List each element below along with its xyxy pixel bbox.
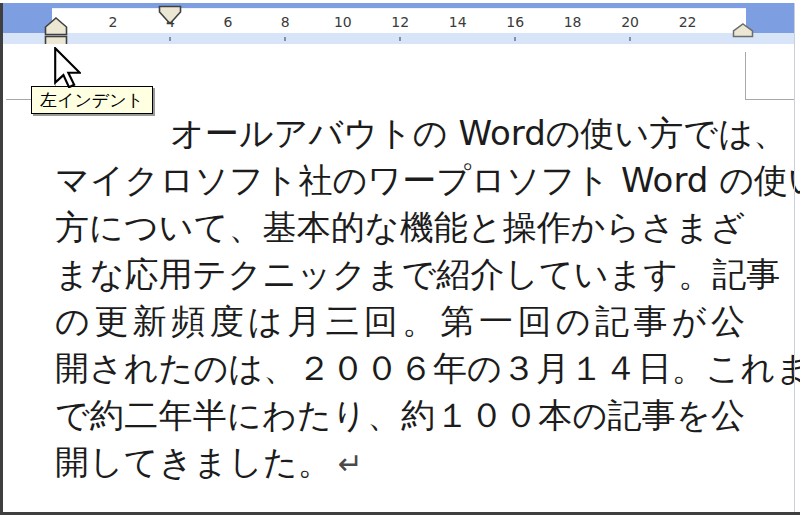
default-tab-stop-tick bbox=[284, 37, 286, 41]
text-line: 方について、基本的な機能と操作からさまざ bbox=[55, 204, 745, 251]
page-right-border bbox=[794, 3, 795, 512]
ruler-number: 16 bbox=[506, 14, 524, 30]
crop-mark-top-right-vertical bbox=[745, 52, 746, 99]
default-tab-stop-tick bbox=[399, 37, 401, 41]
ruler-number: 18 bbox=[564, 14, 582, 30]
text-line: まな応用テクニックまで紹介しています。記事 bbox=[55, 251, 745, 298]
horizontal-ruler[interactable]: 246810121416182022 bbox=[3, 3, 795, 44]
default-tab-stop-tick bbox=[629, 37, 631, 41]
page-bottom-border bbox=[0, 512, 800, 515]
ruler-number: 20 bbox=[621, 14, 639, 30]
first-line-indent-marker[interactable] bbox=[158, 5, 182, 24]
crop-mark-top-right-horizontal bbox=[745, 99, 795, 100]
ruler-number: 22 bbox=[679, 14, 697, 30]
ruler-number: 14 bbox=[449, 14, 467, 30]
text-line: の更新頻度は月三回。第一回の記事が公 bbox=[55, 298, 745, 345]
default-tab-stop-tick bbox=[514, 37, 516, 41]
page-left-border bbox=[0, 3, 3, 515]
right-indent-marker[interactable] bbox=[732, 23, 754, 38]
mouse-cursor-icon bbox=[54, 47, 81, 92]
text-line: マイクロソフト社のワープロソフト Word の使い bbox=[55, 157, 745, 204]
default-tab-stop-tick bbox=[169, 37, 171, 41]
text-line: オールアバウトの Wordの使い方では、 bbox=[55, 110, 745, 157]
document-text[interactable]: オールアバウトの Wordの使い方では、マイクロソフト社のワープロソフト Wor… bbox=[55, 110, 745, 486]
ruler-number: 2 bbox=[108, 14, 117, 30]
indent-tooltip: 左インデント bbox=[31, 86, 153, 114]
tooltip-label: 左インデント bbox=[40, 90, 144, 110]
text-line: 開されたのは、２００６年の３月１４日。これま bbox=[55, 345, 745, 392]
text-line: 開してきました。↵ bbox=[55, 439, 745, 486]
hanging-indent-triangle bbox=[45, 18, 66, 35]
paragraph-mark: ↵ bbox=[332, 446, 363, 481]
ruler-number: 12 bbox=[391, 14, 409, 30]
text-line: で約二年半にわたり、約１００本の記事を公 bbox=[55, 392, 745, 439]
ruler-number: 10 bbox=[334, 14, 352, 30]
ruler-number: 6 bbox=[223, 14, 232, 30]
word-document-view: 246810121416182022 オールアバウトの Wordの使い方で bbox=[0, 0, 800, 517]
ruler-number: 8 bbox=[281, 14, 290, 30]
